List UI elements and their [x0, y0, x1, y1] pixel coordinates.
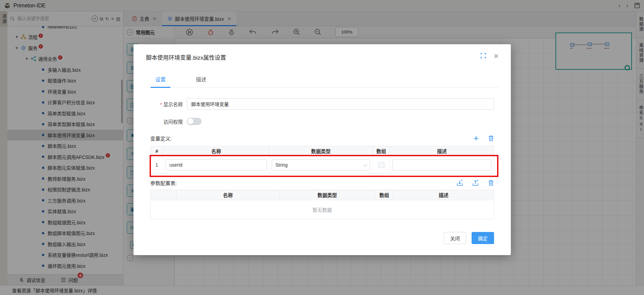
variable-row: 1String [151, 156, 494, 174]
variables-section-label: 变量定义: [150, 135, 474, 142]
delete-params-icon[interactable] [488, 180, 494, 186]
column-header: 描述 [390, 146, 494, 156]
selected-type: String [275, 162, 288, 168]
dialog-tab-active[interactable]: 设置 [151, 75, 170, 87]
ok-button[interactable]: 确定 [472, 232, 494, 244]
display-name-input[interactable] [187, 98, 494, 110]
empty-data-text: 暂无数据 [151, 200, 494, 219]
display-name-label: 显示名称 [150, 101, 183, 108]
column-header: 名称 [177, 190, 279, 200]
properties-dialog: 脚本使用环境变量.bizx属性设置 ✕ 设置描述 显示名称 访问权限 变量定义:… [133, 44, 511, 255]
params-table: 名称数据类型数组描述暂无数据 [150, 190, 494, 219]
column-header: 数组 [375, 190, 393, 200]
dialog-title: 脚本使用环境变量.bizx属性设置 [146, 53, 473, 61]
add-variable-icon[interactable]: + [474, 134, 479, 142]
column-header: 数据类型 [279, 190, 375, 200]
close-icon[interactable]: ✕ [493, 53, 499, 59]
variable-desc-input[interactable] [392, 159, 491, 171]
column-header: 名称 [163, 146, 269, 156]
column-header: 描述 [393, 190, 494, 200]
access-label: 访问权限 [150, 118, 183, 125]
column-header: 数据类型 [269, 146, 373, 156]
variables-table: #名称数据类型数组描述1String [150, 146, 494, 174]
dialog-tab-inactive[interactable]: 描述 [191, 75, 211, 87]
import-params-icon[interactable] [457, 180, 463, 186]
dialog-tabs: 设置描述 [146, 75, 499, 87]
column-header [151, 190, 177, 200]
params-section-label: 参数配置表: [150, 179, 457, 186]
column-header: # [151, 146, 163, 156]
app-root: Primeton-IDE ‹ › 资源 AI ⧉ ↻ ≡ ▥ newMemo10… [0, 0, 644, 295]
export-params-icon[interactable] [472, 180, 479, 186]
access-toggle[interactable] [187, 118, 202, 125]
chevron-down-icon [363, 162, 368, 167]
column-header: 数组 [373, 146, 390, 156]
variable-name-input[interactable] [166, 159, 267, 171]
row-index: 1 [151, 156, 163, 174]
array-checkbox[interactable] [378, 162, 384, 168]
variable-type-select[interactable]: String [272, 159, 370, 171]
delete-variable-icon[interactable] [488, 135, 494, 141]
fullscreen-icon[interactable] [481, 53, 486, 58]
close-button[interactable]: 关闭 [444, 232, 466, 244]
